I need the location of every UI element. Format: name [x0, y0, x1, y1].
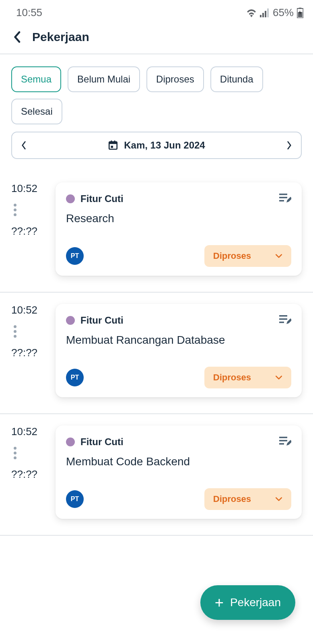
task-row: 10:52 ??:?? Fitur Cuti Research PT Dipro…	[0, 171, 313, 293]
svg-rect-17	[279, 322, 284, 323]
svg-rect-13	[279, 197, 287, 198]
task-start-time: 10:52	[11, 182, 37, 195]
task-edit-button[interactable]	[279, 436, 291, 448]
edit-list-icon	[279, 314, 291, 325]
status-bar: 10:55 65%	[0, 0, 313, 22]
edit-list-icon	[279, 436, 291, 446]
date-display[interactable]: Kam, 13 Jun 2024	[108, 140, 205, 151]
task-end-time: ??:??	[11, 468, 37, 481]
task-start-time: 10:52	[11, 425, 37, 438]
back-button[interactable]	[13, 31, 21, 43]
tab-diproses[interactable]: Diproses	[146, 66, 204, 92]
task-row: 10:52 ??:?? Fitur Cuti Membuat Rancangan…	[0, 293, 313, 414]
svg-rect-9	[111, 140, 112, 142]
task-tag-label: Fitur Cuti	[80, 193, 124, 204]
filter-tabs: Semua Belum Mulai Diproses Ditunda Seles…	[0, 54, 313, 132]
chevron-down-icon	[275, 254, 282, 258]
task-more-button[interactable]	[11, 325, 16, 338]
page-header: Pekerjaan	[0, 22, 313, 54]
chevron-left-icon	[21, 141, 27, 150]
date-prev-button[interactable]	[21, 141, 27, 150]
task-more-button[interactable]	[11, 447, 16, 459]
task-time-column: 10:52 ??:??	[11, 182, 47, 276]
add-pekerjaan-fab[interactable]: + Pekerjaan	[200, 585, 295, 620]
svg-rect-20	[279, 443, 284, 445]
tab-semua[interactable]: Semua	[11, 66, 61, 92]
svg-rect-1	[262, 13, 264, 17]
calendar-icon	[108, 140, 118, 151]
task-title: Research	[66, 212, 291, 225]
task-card[interactable]: Fitur Cuti Research PT Diproses	[56, 182, 302, 276]
task-status-label: Diproses	[213, 251, 251, 261]
date-label: Kam, 13 Jun 2024	[124, 140, 205, 151]
tag-dot-icon	[66, 316, 75, 325]
plus-icon: +	[215, 595, 224, 610]
edit-list-icon	[279, 193, 291, 203]
task-card[interactable]: Fitur Cuti Membuat Code Backend PT Dipro…	[56, 425, 302, 519]
tab-selesai[interactable]: Selesai	[11, 99, 62, 124]
task-start-time: 10:52	[11, 304, 37, 316]
status-indicators: 65%	[246, 6, 303, 19]
date-picker: Kam, 13 Jun 2024	[11, 132, 302, 159]
task-end-time: ??:??	[11, 347, 37, 359]
tag-dot-icon	[66, 438, 75, 446]
task-row: 10:52 ??:?? Fitur Cuti Membuat Code Back…	[0, 414, 313, 536]
svg-rect-2	[265, 11, 266, 17]
tab-ditunda[interactable]: Ditunda	[210, 66, 263, 92]
task-title: Membuat Rancangan Database	[66, 334, 291, 347]
svg-rect-11	[111, 146, 113, 148]
tab-belum-mulai[interactable]: Belum Mulai	[68, 66, 140, 92]
task-time-column: 10:52 ??:??	[11, 304, 47, 397]
svg-rect-19	[279, 440, 287, 442]
wifi-icon	[246, 8, 257, 17]
task-edit-button[interactable]	[279, 193, 291, 205]
task-tag-label: Fitur Cuti	[80, 315, 124, 326]
svg-rect-8	[109, 142, 117, 144]
task-card[interactable]: Fitur Cuti Membuat Rancangan Database PT…	[56, 304, 302, 397]
chevron-right-icon	[286, 141, 292, 150]
chevron-down-icon	[275, 497, 282, 502]
page-title: Pekerjaan	[32, 30, 89, 44]
battery-icon	[297, 8, 303, 18]
svg-rect-14	[279, 200, 284, 202]
task-status-dropdown[interactable]: Diproses	[204, 488, 291, 510]
task-status-label: Diproses	[213, 372, 251, 383]
task-tag: Fitur Cuti	[66, 436, 124, 448]
task-edit-button[interactable]	[279, 314, 291, 326]
task-tag-label: Fitur Cuti	[80, 436, 124, 448]
status-time: 10:55	[16, 6, 42, 19]
task-status-dropdown[interactable]: Diproses	[204, 245, 291, 267]
task-tag: Fitur Cuti	[66, 315, 124, 326]
task-status-dropdown[interactable]: Diproses	[204, 367, 291, 388]
chevron-down-icon	[275, 375, 282, 380]
task-avatar[interactable]: PT	[66, 490, 84, 508]
svg-rect-10	[114, 140, 115, 142]
task-status-label: Diproses	[213, 494, 251, 504]
battery-percent: 65%	[273, 6, 294, 19]
task-title: Membuat Code Backend	[66, 455, 291, 468]
svg-rect-0	[260, 15, 262, 17]
task-time-column: 10:52 ??:??	[11, 425, 47, 519]
task-end-time: ??:??	[11, 225, 37, 237]
chevron-left-icon	[13, 31, 21, 43]
svg-rect-18	[279, 437, 287, 438]
svg-rect-12	[279, 194, 287, 195]
task-avatar[interactable]: PT	[66, 247, 84, 265]
task-more-button[interactable]	[11, 204, 16, 216]
task-avatar[interactable]: PT	[66, 369, 84, 386]
task-tag: Fitur Cuti	[66, 193, 124, 204]
svg-rect-15	[279, 315, 287, 317]
signal-icon	[260, 8, 270, 17]
svg-rect-3	[267, 8, 269, 17]
date-next-button[interactable]	[286, 141, 292, 150]
tag-dot-icon	[66, 194, 75, 203]
svg-rect-16	[279, 318, 287, 320]
fab-label: Pekerjaan	[230, 596, 281, 609]
